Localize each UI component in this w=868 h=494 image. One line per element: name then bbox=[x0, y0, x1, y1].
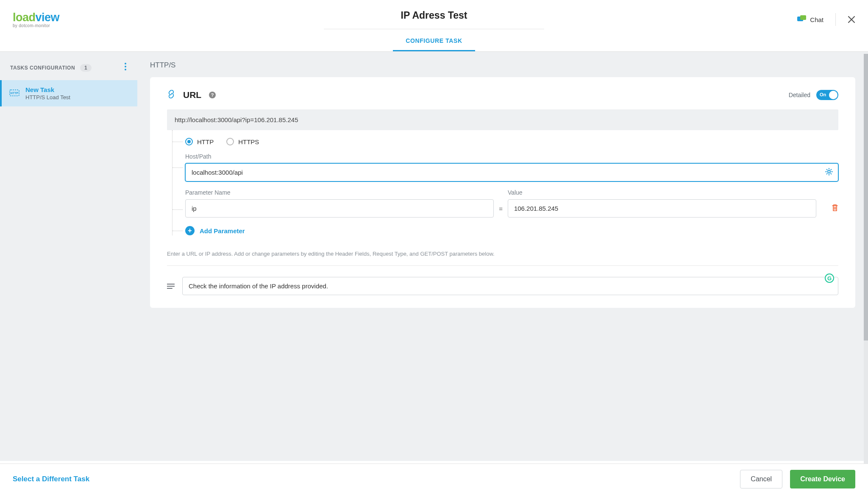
radio-checked-icon bbox=[185, 138, 193, 145]
sidebar-label: TASKS CONFIGURATION bbox=[10, 65, 75, 71]
url-display: http://localhost:3000/api?ip=106.201.85.… bbox=[167, 109, 838, 130]
more-menu-icon[interactable] bbox=[122, 60, 129, 75]
http-radio-label: HTTP bbox=[197, 138, 214, 145]
task-subtitle: HTTP/S Load Test bbox=[25, 94, 70, 100]
link-icon bbox=[167, 90, 175, 100]
chat-label: Chat bbox=[810, 16, 823, 23]
delete-param-icon[interactable] bbox=[832, 204, 838, 218]
chat-button[interactable]: Chat bbox=[797, 15, 823, 24]
url-card: URL ? Detailed On http://localhost:3000/… bbox=[150, 77, 855, 308]
host-path-label: Host/Path bbox=[185, 153, 838, 160]
svg-point-2 bbox=[125, 63, 126, 64]
title-underline bbox=[324, 29, 544, 29]
protocol-https-radio[interactable]: HTTPS bbox=[226, 138, 259, 145]
chat-icon bbox=[797, 15, 806, 24]
add-parameter-button[interactable]: + Add Parameter bbox=[172, 226, 838, 235]
tab-configure-task[interactable]: CONFIGURE TASK bbox=[393, 31, 475, 51]
http-task-icon: HTTP bbox=[9, 89, 19, 97]
task-item[interactable]: HTTP New Task HTTP/S Load Test bbox=[0, 80, 137, 106]
note-input[interactable] bbox=[182, 277, 838, 295]
scrollbar-track[interactable] bbox=[864, 54, 868, 461]
page-title: IP Adress Test bbox=[401, 10, 467, 21]
task-title: New Task bbox=[25, 86, 70, 93]
url-section-label: URL bbox=[183, 90, 201, 100]
url-help-text: Enter a URL or IP address. Add or change… bbox=[167, 251, 838, 266]
close-button[interactable] bbox=[848, 16, 855, 23]
svg-rect-1 bbox=[800, 15, 806, 20]
task-count-badge: 1 bbox=[80, 64, 92, 72]
gear-icon[interactable] bbox=[825, 167, 833, 178]
grammarly-icon[interactable]: G bbox=[825, 274, 834, 283]
content-title: HTTP/S bbox=[150, 61, 855, 70]
scrollbar-thumb[interactable] bbox=[864, 54, 868, 340]
svg-point-4 bbox=[125, 69, 126, 70]
param-name-input[interactable] bbox=[185, 199, 494, 218]
logo: loadview by dotcom-monitor bbox=[13, 11, 59, 28]
toggle-on-label: On bbox=[820, 92, 826, 97]
sidebar: TASKS CONFIGURATION 1 HTTP New Task HTTP… bbox=[0, 52, 137, 461]
add-plus-icon: + bbox=[185, 226, 195, 235]
protocol-http-radio[interactable]: HTTP bbox=[185, 138, 214, 145]
https-radio-label: HTTPS bbox=[238, 138, 259, 145]
notes-icon bbox=[167, 283, 175, 289]
radio-unchecked-icon bbox=[226, 138, 234, 145]
param-name-label: Parameter Name bbox=[185, 189, 494, 196]
svg-text:HTTP: HTTP bbox=[11, 92, 19, 95]
toggle-knob bbox=[829, 91, 837, 99]
header-divider bbox=[835, 13, 836, 26]
logo-view-text: view bbox=[36, 11, 60, 24]
add-parameter-label: Add Parameter bbox=[200, 227, 245, 234]
svg-point-3 bbox=[125, 66, 126, 67]
detailed-toggle[interactable]: On bbox=[816, 90, 838, 100]
param-value-label: Value bbox=[508, 189, 816, 196]
detailed-label: Detailed bbox=[789, 92, 810, 98]
param-value-input[interactable] bbox=[508, 199, 816, 218]
logo-subtitle: by dotcom-monitor bbox=[13, 23, 50, 28]
equals-sign: = bbox=[499, 205, 503, 218]
host-path-input[interactable] bbox=[185, 163, 838, 181]
help-icon[interactable]: ? bbox=[209, 92, 216, 98]
logo-load-text: load bbox=[13, 11, 36, 24]
svg-point-7 bbox=[828, 170, 830, 173]
